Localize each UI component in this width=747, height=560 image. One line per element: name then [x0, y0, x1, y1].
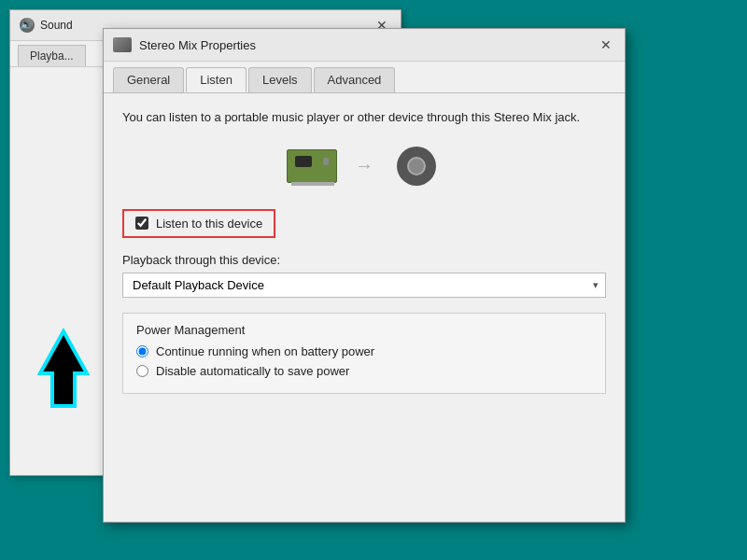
svg-marker-0	[40, 331, 87, 406]
props-titlebar: Stereo Mix Properties ✕	[104, 29, 625, 62]
sound-tab-playback[interactable]: Playba...	[18, 45, 86, 66]
speaker-shape	[397, 147, 436, 186]
description-text: You can listen to a portable music playe…	[122, 108, 606, 127]
flow-arrow-icon: →	[355, 155, 374, 176]
power-radio-continue[interactable]	[136, 345, 148, 357]
power-management-box: Power Management Continue running when o…	[122, 313, 606, 394]
speaker-device-icon	[388, 146, 444, 187]
speaker-inner	[407, 157, 426, 175]
playback-device-dropdown[interactable]: Default Playback Device Speakers Headpho…	[122, 273, 606, 298]
listen-checkbox-label: Listen to this device	[156, 217, 262, 231]
props-device-icon	[113, 37, 132, 52]
props-tabs-bar: General Listen Levels Advanced	[104, 62, 625, 92]
pcb-card	[287, 149, 337, 183]
stereo-mix-properties-window: Stereo Mix Properties ✕ General Listen L…	[103, 28, 626, 523]
playback-dropdown-wrapper: Default Playback Device Speakers Headpho…	[122, 273, 606, 298]
playback-section: Playback through this device: Default Pl…	[122, 253, 606, 298]
annotation-arrow	[26, 327, 92, 401]
sound-title-left: 🔊 Sound	[20, 18, 73, 33]
sound-app-icon: 🔊	[20, 18, 35, 33]
props-content: You can listen to a portable music playe…	[104, 92, 625, 409]
listen-to-device-checkbox[interactable]	[135, 217, 148, 230]
listen-checkbox-area: Listen to this device	[122, 209, 275, 238]
power-option-disable: Disable automatically to save power	[136, 364, 592, 378]
sound-card-icon	[284, 146, 340, 187]
tab-advanced[interactable]: Advanced	[314, 67, 396, 92]
tab-listen[interactable]: Listen	[186, 67, 247, 92]
tab-levels[interactable]: Levels	[248, 67, 312, 92]
power-option-continue: Continue running when on battery power	[136, 344, 592, 358]
power-option-disable-label: Disable automatically to save power	[156, 364, 349, 378]
device-diagram: →	[122, 146, 606, 187]
power-radio-disable[interactable]	[136, 365, 148, 377]
pcb-cap	[323, 158, 329, 165]
pcb-chip	[295, 156, 312, 167]
props-window-title: Stereo Mix Properties	[139, 38, 256, 52]
sound-window-title: Sound	[40, 19, 73, 32]
playback-label: Playback through this device:	[122, 253, 606, 267]
power-option-continue-label: Continue running when on battery power	[156, 344, 374, 358]
props-close-button[interactable]: ✕	[597, 35, 615, 54]
tab-general[interactable]: General	[113, 67, 184, 92]
power-mgmt-title: Power Management	[136, 323, 592, 337]
props-title-left: Stereo Mix Properties	[113, 37, 256, 52]
